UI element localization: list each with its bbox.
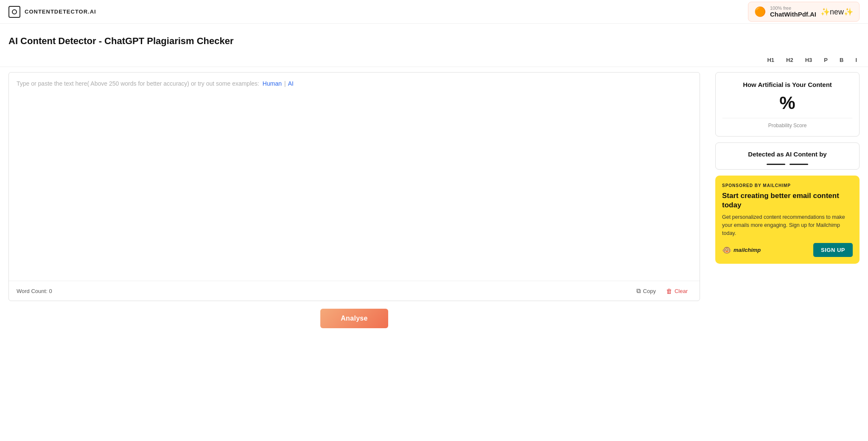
copy-icon: ⧉ bbox=[636, 287, 641, 295]
logo-icon bbox=[8, 6, 20, 18]
ad-card: SPONSORED BY MAILCHIMP Start creating be… bbox=[715, 176, 860, 264]
detected-line-2 bbox=[790, 164, 808, 165]
signup-button[interactable]: SIGN UP bbox=[813, 243, 853, 257]
logo-area: CONTENTDETECTOR.AI bbox=[8, 6, 96, 18]
mailchimp-icon: 🐵 bbox=[722, 246, 731, 255]
toolbar-h1[interactable]: H1 bbox=[764, 56, 777, 64]
probability-label: Probability Score bbox=[722, 123, 852, 128]
clear-button[interactable]: 🗑 Clear bbox=[662, 286, 692, 296]
analyse-area: Analyse bbox=[8, 301, 700, 328]
header: CONTENTDETECTOR.AI 🟠 100% free ChatWithP… bbox=[0, 0, 868, 24]
promo-link[interactable]: 🟠 100% free ChatWithPdf.AI ✨new✨ bbox=[748, 2, 860, 22]
editor-actions: ⧉ Copy 🗑 Clear bbox=[632, 285, 692, 296]
mailchimp-logo: 🐵 mailchimp bbox=[722, 246, 761, 255]
promo-new-badge: ✨new✨ bbox=[820, 7, 853, 17]
promo-app-name: ChatWithPdf.AI bbox=[770, 11, 816, 18]
toolbar-i[interactable]: I bbox=[853, 56, 860, 64]
page-title: AI Content Detector - ChatGPT Plagiarism… bbox=[8, 36, 860, 47]
toolbar-p[interactable]: P bbox=[821, 56, 830, 64]
ad-sponsor: SPONSORED BY MAILCHIMP bbox=[722, 183, 853, 188]
logo-circle bbox=[12, 9, 17, 14]
ad-footer: 🐵 mailchimp SIGN UP bbox=[722, 243, 853, 257]
ad-headline: Start creating better email content toda… bbox=[722, 191, 853, 210]
example-human-link[interactable]: Human bbox=[263, 80, 282, 87]
score-card: How Artificial is Your Content % Probabi… bbox=[715, 72, 860, 137]
word-count: Word Count: 0 bbox=[17, 288, 52, 294]
detected-title: Detected as AI Content by bbox=[722, 151, 852, 158]
detected-card: Detected as AI Content by bbox=[715, 142, 860, 170]
editor-placeholder-row: Type or paste the text here( Above 250 w… bbox=[9, 73, 700, 87]
editor-placeholder-text: Type or paste the text here( Above 250 w… bbox=[17, 80, 259, 87]
main-layout: Type or paste the text here( Above 250 w… bbox=[0, 72, 868, 328]
promo-text: 100% free ChatWithPdf.AI bbox=[770, 6, 816, 18]
score-card-title: How Artificial is Your Content bbox=[722, 81, 852, 88]
copy-button[interactable]: ⧉ Copy bbox=[632, 285, 660, 296]
text-input[interactable] bbox=[9, 87, 700, 281]
score-percent: % bbox=[722, 94, 852, 112]
detected-lines bbox=[722, 164, 852, 165]
promo-free-label: 100% free bbox=[770, 6, 816, 11]
page-title-area: AI Content Detector - ChatGPT Plagiarism… bbox=[0, 24, 868, 53]
toolbar-h2[interactable]: H2 bbox=[784, 56, 796, 64]
trash-icon: 🗑 bbox=[666, 287, 672, 295]
toolbar-h3[interactable]: H3 bbox=[803, 56, 815, 64]
editor-panel: Type or paste the text here( Above 250 w… bbox=[8, 72, 700, 301]
editor-footer: Word Count: 0 ⧉ Copy 🗑 Clear bbox=[9, 281, 700, 301]
logo-text: CONTENTDETECTOR.AI bbox=[25, 8, 96, 15]
ad-body: Get personalized content recommendations… bbox=[722, 213, 853, 237]
right-panel: How Artificial is Your Content % Probabi… bbox=[715, 72, 860, 328]
score-divider bbox=[722, 118, 852, 118]
detected-line-1 bbox=[767, 164, 785, 165]
example-ai-link[interactable]: AI bbox=[288, 80, 294, 87]
editor-column: Type or paste the text here( Above 250 w… bbox=[8, 72, 708, 328]
formatting-toolbar: H1 H2 H3 P B I bbox=[0, 53, 868, 67]
pipe-separator: | bbox=[284, 80, 286, 87]
toolbar-b[interactable]: B bbox=[837, 56, 846, 64]
analyse-button[interactable]: Analyse bbox=[320, 309, 388, 328]
promo-pdf-icon: 🟠 bbox=[754, 6, 766, 17]
